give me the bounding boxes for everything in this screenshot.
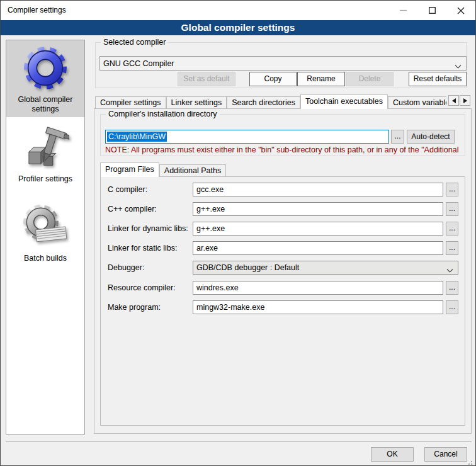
page-title: Global compiler settings <box>1 20 475 35</box>
make-program-input[interactable]: mingw32-make.exe <box>193 300 443 314</box>
c-compiler-label: C compiler: <box>108 183 147 196</box>
close-button[interactable] <box>446 1 475 20</box>
compiler-settings-dialog: Compiler settings Global compiler settin… <box>0 0 476 466</box>
tab-scroll-left-button[interactable] <box>448 95 459 106</box>
compiler-select[interactable]: GNU GCC Compiler <box>99 56 467 71</box>
close-icon <box>457 7 465 14</box>
debugger-label: Debugger: <box>108 261 144 275</box>
arrow-left-icon <box>452 98 456 103</box>
tab-additional-paths[interactable]: Additional Paths <box>159 164 226 177</box>
cpp-compiler-input[interactable]: g++.exe <box>193 202 443 216</box>
minimize-button[interactable] <box>388 1 417 20</box>
sidebar-item-label: Global compiler settings <box>6 95 84 114</box>
footer-divider <box>6 441 472 442</box>
linker-dynamic-input[interactable]: g++.exe <box>193 222 443 236</box>
delete-button[interactable]: Delete <box>346 72 394 86</box>
c-compiler-input[interactable]: gcc.exe <box>193 183 443 196</box>
window-title: Compiler settings <box>8 1 66 20</box>
profiler-caliper-icon <box>6 123 84 173</box>
sidebar-item-profiler-settings[interactable]: Profiler settings <box>6 120 84 188</box>
minimize-icon <box>400 7 407 14</box>
settings-category-list: Global compiler settings <box>6 40 85 435</box>
rename-button[interactable]: Rename <box>297 72 345 86</box>
cpp-compiler-label: C++ compiler: <box>108 202 157 216</box>
tab-search-directories[interactable]: Search directories <box>227 96 300 109</box>
copy-button[interactable]: Copy <box>249 72 297 86</box>
resource-compiler-input[interactable]: windres.exe <box>193 281 443 295</box>
sidebar-item-label: Profiler settings <box>6 174 84 184</box>
reset-defaults-button[interactable]: Reset defaults <box>409 72 467 86</box>
sidebar-item-global-compiler-settings[interactable]: Global compiler settings <box>6 40 84 117</box>
tab-toolchain-executables[interactable]: Toolchain executables <box>300 94 388 109</box>
installation-directory-value: C:\raylib\MinGW <box>107 132 167 142</box>
installation-directory-group-label: Compiler's installation directory <box>106 110 220 119</box>
program-files-tab-strip: Program Files Additional Paths <box>100 162 339 177</box>
settings-tab-strip: Compiler settings Linker settings Search… <box>95 94 446 109</box>
tab-scroll-right-button[interactable] <box>460 95 470 106</box>
auto-detect-button[interactable]: Auto-detect <box>407 130 455 144</box>
maximize-icon <box>429 7 436 14</box>
linker-static-browse-button[interactable]: ... <box>446 241 458 255</box>
linker-static-label: Linker for static libs: <box>108 241 177 255</box>
resource-compiler-label: Resource compiler: <box>108 281 176 295</box>
c-compiler-browse-button[interactable]: ... <box>446 183 458 196</box>
installation-directory-input[interactable]: C:\raylib\MinGW <box>105 130 389 144</box>
sidebar-item-label: Batch builds <box>6 254 84 263</box>
chevron-down-icon <box>455 62 462 71</box>
cpp-compiler-browse-button[interactable]: ... <box>446 202 458 216</box>
tab-program-files[interactable]: Program Files <box>100 162 159 177</box>
tab-custom-variables[interactable]: Custom variables <box>388 96 446 109</box>
batch-builds-gear-icon <box>6 203 84 253</box>
chevron-down-icon <box>446 266 453 275</box>
set-as-default-button[interactable]: Set as default <box>178 72 235 86</box>
debugger-select[interactable]: GDB/CDB debugger : Default <box>193 261 458 275</box>
linker-dynamic-browse-button[interactable]: ... <box>446 222 458 236</box>
sidebar-item-batch-builds[interactable]: Batch builds <box>6 199 84 268</box>
debugger-select-value: GDB/CDB debugger : Default <box>196 263 299 272</box>
resize-grip[interactable] <box>471 461 472 462</box>
resource-compiler-browse-button[interactable]: ... <box>446 281 458 295</box>
arrow-right-icon <box>463 98 467 103</box>
installation-directory-browse-button[interactable]: ... <box>391 130 404 144</box>
selected-compiler-group-label: Selected compiler <box>101 38 168 47</box>
compiler-select-value: GNU GCC Compiler <box>103 59 174 68</box>
title-bar: Compiler settings <box>1 1 475 20</box>
tab-compiler-settings[interactable]: Compiler settings <box>95 96 166 109</box>
bin-subdirectory-note: NOTE: All programs must exist either in … <box>105 145 462 154</box>
maximize-button[interactable] <box>417 1 446 20</box>
ok-button[interactable]: OK <box>371 447 414 462</box>
linker-static-input[interactable]: ar.exe <box>193 241 443 255</box>
make-program-label: Make program: <box>108 300 161 314</box>
tab-linker-settings[interactable]: Linker settings <box>166 96 227 109</box>
linker-dynamic-label: Linker for dynamic libs: <box>108 222 188 236</box>
make-program-browse-button[interactable]: ... <box>446 300 458 314</box>
blue-gear-icon <box>6 44 84 94</box>
cancel-button[interactable]: Cancel <box>424 447 467 462</box>
